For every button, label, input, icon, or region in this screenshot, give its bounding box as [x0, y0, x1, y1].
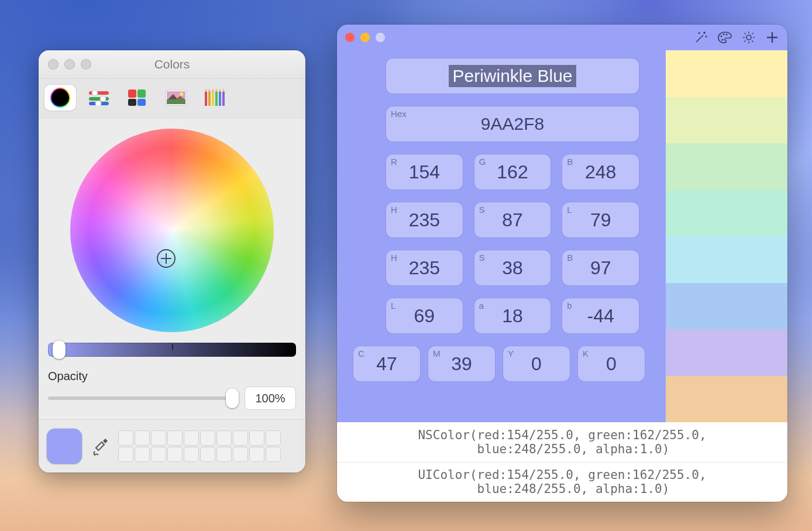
palette-swatch[interactable]	[666, 143, 787, 190]
rgb-g-field[interactable]: G162	[474, 154, 551, 189]
wheel-cursor-icon[interactable]	[157, 249, 176, 268]
swatch-cell[interactable]	[184, 430, 199, 446]
slider-tick-icon	[172, 344, 173, 350]
swatch-cell[interactable]	[249, 447, 264, 462]
hsb-b-value: 97	[590, 257, 611, 279]
lab-b-field[interactable]: b-44	[562, 298, 639, 333]
tab-palettes[interactable]	[122, 85, 153, 111]
y-value: 0	[531, 353, 542, 375]
k-value: 0	[606, 353, 617, 375]
palette-swatch[interactable]	[666, 236, 787, 283]
hex-field[interactable]: Hex 9AA2F8	[386, 106, 639, 142]
tab-image[interactable]	[160, 85, 192, 111]
cmyk-k-field[interactable]: K0	[578, 346, 645, 381]
eyedropper-icon[interactable]	[90, 436, 110, 456]
swatch-cell[interactable]	[233, 430, 248, 446]
hsl-s-label: S	[479, 205, 485, 215]
wand-icon[interactable]	[694, 30, 708, 44]
swatch-cell[interactable]	[167, 447, 183, 462]
swatch-cell[interactable]	[200, 447, 215, 462]
rgb-r-field[interactable]: R154	[386, 154, 463, 189]
svg-point-6	[92, 90, 98, 96]
tab-pencils[interactable]	[199, 85, 230, 111]
color-wheel[interactable]	[70, 129, 274, 332]
swatch-cell[interactable]	[216, 430, 232, 446]
swatch-cell[interactable]	[118, 430, 133, 446]
swatch-cell[interactable]	[184, 447, 199, 462]
tab-sliders[interactable]	[83, 85, 115, 111]
swatch-cell[interactable]	[118, 447, 133, 462]
swatch-cell[interactable]	[151, 447, 166, 462]
add-icon[interactable]	[765, 30, 779, 44]
lab-a-field[interactable]: a18	[474, 298, 551, 333]
hsl-h-field[interactable]: H235	[386, 202, 463, 237]
hsl-s-value: 87	[502, 209, 523, 231]
svg-rect-29	[222, 92, 225, 106]
opacity-knob[interactable]	[226, 388, 239, 408]
minimize-button[interactable]	[360, 33, 370, 42]
swatch-cell[interactable]	[266, 430, 281, 446]
swatch-cell[interactable]	[167, 430, 183, 446]
y-label: Y	[508, 349, 514, 358]
color-info-window: Periwinkle Blue Hex 9AA2F8 R154 G162 B24…	[337, 25, 787, 502]
lab-l-field[interactable]: L69	[386, 298, 463, 333]
close-button[interactable]	[345, 33, 355, 42]
hsb-s-label: S	[479, 253, 485, 263]
current-swatch[interactable]	[47, 429, 82, 464]
opacity-value[interactable]: 100%	[245, 387, 296, 410]
gear-icon[interactable]	[742, 30, 756, 44]
swatch-cell[interactable]	[135, 430, 150, 446]
svg-marker-28	[219, 88, 221, 92]
color-name-field[interactable]: Periwinkle Blue	[386, 58, 639, 94]
code-section: NSColor(red:154/255.0, green:162/255.0, …	[337, 422, 787, 502]
brightness-slider[interactable]	[48, 343, 296, 357]
swatch-cell[interactable]	[266, 447, 281, 462]
palette-swatch[interactable]	[666, 329, 787, 376]
cmyk-y-field[interactable]: Y0	[503, 346, 570, 381]
hsb-h-field[interactable]: H235	[386, 250, 463, 285]
svg-point-2	[51, 89, 69, 106]
hsl-h-label: H	[391, 205, 397, 215]
swatch-cell[interactable]	[233, 447, 248, 462]
nscolor-code[interactable]: NSColor(red:154/255.0, green:162/255.0, …	[337, 422, 787, 462]
uicolor-code[interactable]: UIColor(red:154/255.0, green:162/255.0, …	[337, 462, 787, 502]
opacity-label: Opacity	[48, 370, 296, 383]
c-label: C	[358, 349, 364, 358]
palettes-icon	[128, 89, 147, 106]
zoom-button-disabled[interactable]	[376, 33, 385, 42]
hex-label: Hex	[391, 109, 407, 119]
palette-swatch[interactable]	[666, 376, 787, 423]
palette-swatch[interactable]	[666, 190, 787, 237]
hsb-b-label: B	[567, 253, 573, 263]
cmyk-m-field[interactable]: M39	[428, 346, 495, 381]
hsb-s-field[interactable]: S38	[474, 250, 551, 285]
swatch-cell[interactable]	[216, 447, 232, 462]
palette-swatch[interactable]	[666, 97, 787, 144]
svg-rect-31	[96, 442, 104, 450]
svg-rect-21	[208, 92, 211, 106]
swatch-cell[interactable]	[200, 430, 215, 446]
image-icon	[165, 89, 187, 106]
svg-point-32	[720, 35, 722, 37]
swatch-cell[interactable]	[135, 447, 150, 462]
palette-swatch[interactable]	[666, 50, 787, 97]
hsb-h-value: 235	[409, 257, 440, 279]
palette-swatch[interactable]	[666, 283, 787, 330]
lab-a-label: a	[479, 301, 484, 311]
hsb-b-field[interactable]: B97	[562, 250, 639, 285]
titlebar: Colors	[39, 50, 305, 79]
svg-point-18	[180, 92, 183, 96]
swatch-cell[interactable]	[249, 430, 264, 446]
b-label: B	[567, 157, 573, 167]
lab-l-label: L	[391, 301, 395, 311]
swatch-cell[interactable]	[151, 430, 166, 446]
hsl-l-field[interactable]: L79	[562, 202, 639, 237]
opacity-slider[interactable]	[48, 396, 238, 400]
cmyk-c-field[interactable]: C47	[353, 346, 420, 381]
svg-point-7	[100, 96, 106, 102]
palette-icon[interactable]	[717, 31, 732, 44]
brightness-knob[interactable]	[53, 340, 66, 359]
tab-color-wheel[interactable]	[44, 85, 76, 111]
rgb-b-field[interactable]: B248	[562, 154, 639, 189]
hsl-s-field[interactable]: S87	[474, 202, 551, 237]
